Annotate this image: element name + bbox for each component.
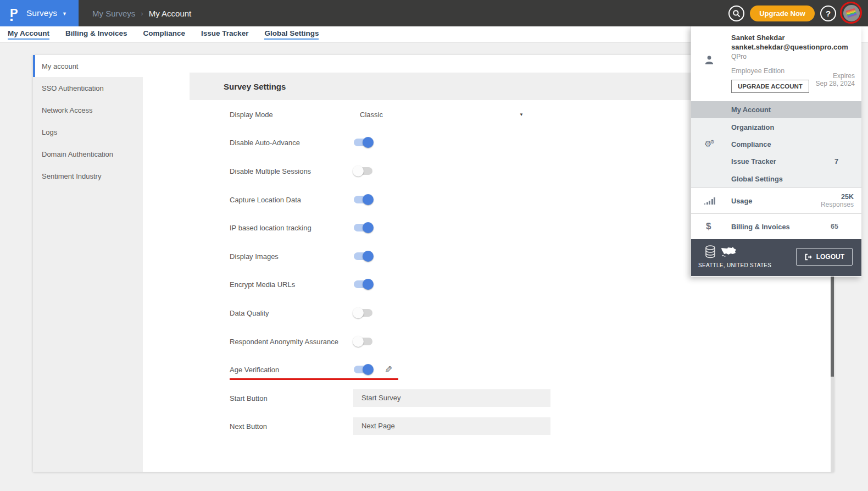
setting-label: Next Button <box>230 422 267 431</box>
setting-row-respondent-anonymity-assurance: Respondent Anonymity Assurance <box>190 327 827 356</box>
expires-label: Expires <box>816 72 855 80</box>
license-edition: Employee Edition <box>731 67 784 75</box>
edit-pencil-icon[interactable]: ✎ <box>385 364 392 376</box>
chevron-down-icon[interactable]: ▼ <box>519 112 524 117</box>
upgrade-now-button[interactable]: Upgrade Now <box>750 5 815 21</box>
usage-row[interactable]: Usage 25K Responses <box>691 187 861 213</box>
chevron-down-icon: ▼ <box>62 11 67 16</box>
logout-icon <box>804 253 813 261</box>
toggle-knob <box>363 364 374 375</box>
menu-item-my-account[interactable]: My Account <box>691 101 861 118</box>
breadcrumb-parent[interactable]: My Surveys <box>92 9 135 18</box>
setting-label: Start Button <box>230 394 268 402</box>
encrypt-media-urls-toggle[interactable] <box>354 280 372 288</box>
usage-unit: Responses <box>821 201 854 208</box>
annotation-underline <box>230 378 398 380</box>
help-button[interactable]: ? <box>820 5 836 21</box>
user-email: sanket.shekdar@questionpro.com <box>731 43 848 51</box>
person-icon <box>704 55 714 65</box>
breadcrumb-current: My Account <box>149 9 192 18</box>
tab-issue-tracker[interactable]: Issue Tracker <box>201 29 248 40</box>
sidebar-item-sentiment-industry[interactable]: Sentiment Industry <box>33 165 143 187</box>
setting-row-next-button: Next ButtonNext Page <box>190 412 827 441</box>
tab-global-settings[interactable]: Global Settings <box>264 29 319 40</box>
menu-item-label: Global Settings <box>731 175 783 183</box>
logout-button[interactable]: LOGOUT <box>796 248 853 266</box>
setting-label: Disable Auto-Advance <box>230 139 300 147</box>
toggle-knob <box>353 165 364 176</box>
usage-label: Usage <box>731 197 752 205</box>
usa-map-icon <box>721 246 737 257</box>
tab-my-account[interactable]: My Account <box>8 29 49 40</box>
toggle-knob <box>363 194 374 205</box>
toggle-knob <box>353 307 364 318</box>
user-menu-panel: Sanket Shekdar sanket.shekdar@questionpr… <box>691 26 861 277</box>
setting-label: Capture Location Data <box>230 195 301 203</box>
toggle-knob <box>363 279 374 290</box>
user-avatar-wrap <box>842 3 861 23</box>
display-images-toggle[interactable] <box>354 252 372 260</box>
sidebar-item-my-account[interactable]: My account <box>33 55 143 77</box>
ip-based-location-tracking-toggle[interactable] <box>354 224 372 231</box>
upgrade-account-button[interactable]: UPGRADE ACCOUNT <box>731 80 809 93</box>
database-icon <box>704 245 716 258</box>
menu-item-global-settings[interactable]: Global Settings <box>691 170 861 187</box>
setting-label: Display Images <box>230 252 279 260</box>
next-button-input[interactable]: Next Page <box>353 417 550 435</box>
menu-item-count: 7 <box>834 157 838 165</box>
setting-label: IP based location tracking <box>230 224 311 232</box>
sidebar-item-network-access[interactable]: Network Access <box>33 99 143 121</box>
expires-date: Sep 28, 2024 <box>816 80 855 87</box>
menu-item-label: My Account <box>731 106 771 114</box>
page: P Surveys ▼ My Surveys › My Account Upgr… <box>0 0 868 491</box>
gears-icon: ⚙⚙ <box>704 139 716 149</box>
billing-label: Billing & Invoices <box>731 223 790 231</box>
usage-value-block: 25K Responses <box>821 193 854 208</box>
user-menu-footer: SEATTLE, UNITED STATES LOGOUT <box>691 239 861 276</box>
capture-location-data-toggle[interactable] <box>354 196 372 203</box>
license-expiry: Expires Sep 28, 2024 <box>816 72 855 87</box>
user-name: Sanket Shekdar <box>731 34 785 42</box>
start-button-input[interactable]: Start Survey <box>353 389 550 407</box>
settings-sidebar: My accountSSO AuthenticationNetwork Acce… <box>33 55 143 472</box>
breadcrumb-separator-icon: › <box>141 9 143 18</box>
setting-label: Data Quality <box>230 308 269 317</box>
tab-compliance[interactable]: Compliance <box>143 29 186 40</box>
search-button[interactable] <box>728 5 744 21</box>
product-name: Surveys <box>26 8 57 18</box>
disable-multiple-sessions-toggle[interactable] <box>354 167 372 175</box>
respondent-anonymity-assurance-toggle[interactable] <box>354 338 372 345</box>
menu-item-label: Organization <box>731 123 774 131</box>
age-verification-toggle[interactable] <box>354 366 372 373</box>
bar-chart-icon <box>704 197 715 205</box>
datacenter-location: SEATTLE, UNITED STATES <box>698 262 771 268</box>
menu-item-organization[interactable]: Organization <box>691 118 861 135</box>
setting-row-start-button: Start ButtonStart Survey <box>190 384 827 412</box>
disable-auto-advance-toggle[interactable] <box>354 139 372 146</box>
dollar-icon: $ <box>706 221 711 232</box>
setting-label: Display Mode <box>230 110 273 118</box>
avatar[interactable] <box>843 5 860 21</box>
settings-title: Survey Settings <box>224 82 286 91</box>
questionpro-logo-icon: P <box>10 5 23 21</box>
setting-label: Age Verification <box>230 366 279 374</box>
sidebar-item-logs[interactable]: Logs <box>33 121 143 143</box>
toggle-knob <box>353 336 364 347</box>
breadcrumb: My Surveys › My Account <box>92 0 191 26</box>
data-quality-toggle[interactable] <box>354 309 372 317</box>
menu-item-compliance[interactable]: ⚙⚙Compliance <box>691 136 861 153</box>
menu-item-label: Issue Tracker <box>731 157 776 165</box>
top-bar: P Surveys ▼ My Surveys › My Account Upgr… <box>0 0 868 26</box>
datacenter-icons <box>704 245 737 258</box>
setting-label: Encrypt Media URLs <box>230 280 295 289</box>
menu-item-issue-tracker[interactable]: Issue Tracker7 <box>691 153 861 170</box>
sidebar-item-domain-authentication[interactable]: Domain Authentication <box>33 143 143 165</box>
product-switcher[interactable]: P Surveys ▼ <box>0 0 79 26</box>
billing-row[interactable]: $ Billing & Invoices 65 <box>691 213 861 239</box>
toggle-knob <box>363 251 374 262</box>
sidebar-item-sso-authentication[interactable]: SSO Authentication <box>33 77 143 99</box>
tab-billing-invoices[interactable]: Billing & Invoices <box>65 29 127 40</box>
toggle-knob <box>363 222 374 233</box>
question-mark-icon: ? <box>826 9 831 18</box>
display-mode-select[interactable]: Classic <box>360 110 383 118</box>
